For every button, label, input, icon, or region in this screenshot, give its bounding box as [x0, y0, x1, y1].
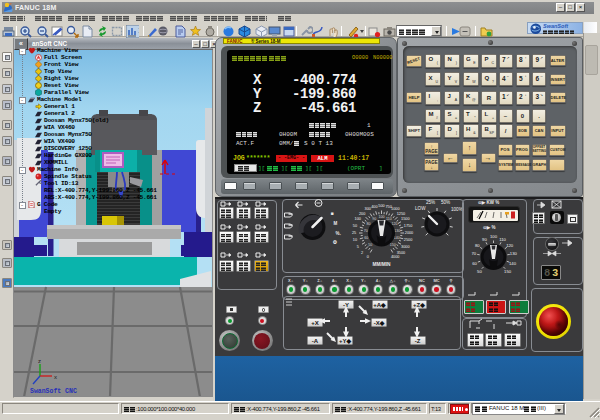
svg-text:M: M — [334, 221, 338, 226]
svg-text:90: 90 — [372, 217, 376, 221]
svg-text:4000: 4000 — [391, 255, 399, 259]
svg-text:110: 110 — [499, 237, 506, 242]
svg-text:25: 25 — [352, 231, 356, 235]
svg-text:100: 100 — [355, 217, 361, 221]
svg-text:25%: 25% — [426, 200, 435, 205]
svg-text:50: 50 — [368, 243, 372, 247]
svg-text:70: 70 — [471, 251, 476, 256]
svg-text:200: 200 — [359, 212, 365, 216]
svg-text:1500: 1500 — [401, 217, 409, 221]
svg-text:2000: 2000 — [405, 231, 413, 235]
svg-text:50: 50 — [353, 224, 357, 228]
svg-text:3500: 3500 — [397, 251, 405, 255]
svg-text:150: 150 — [504, 269, 512, 274]
svg-text:1750: 1750 — [404, 224, 412, 228]
svg-text:3000: 3000 — [401, 245, 409, 249]
svg-text:■: ■ — [331, 210, 334, 216]
svg-text:500: 500 — [378, 204, 384, 208]
svg-text:130: 130 — [510, 251, 518, 256]
svg-text:100: 100 — [490, 234, 498, 239]
svg-text:100%: 100% — [451, 207, 463, 212]
svg-text:60: 60 — [472, 261, 477, 266]
svg-text:0: 0 — [367, 255, 369, 259]
svg-text:300: 300 — [365, 207, 371, 211]
svg-text:LOW: LOW — [415, 206, 426, 211]
svg-text:10: 10 — [353, 238, 357, 242]
svg-text:1000: 1000 — [391, 207, 399, 211]
svg-text:130: 130 — [394, 229, 400, 233]
svg-text:1250: 1250 — [397, 212, 405, 216]
svg-text:%․: %․ — [336, 231, 342, 236]
svg-text:MM/MIN: MM/MIN — [372, 262, 391, 267]
svg-text:70: 70 — [364, 229, 368, 233]
svg-text:50: 50 — [477, 269, 482, 274]
svg-text:110: 110 — [386, 217, 392, 221]
svg-text:120: 120 — [506, 243, 514, 248]
svg-text:150: 150 — [390, 243, 396, 247]
svg-text:2500: 2500 — [404, 238, 412, 242]
svg-text:140: 140 — [509, 261, 517, 266]
svg-text:80: 80 — [367, 222, 371, 226]
svg-text:80: 80 — [475, 243, 480, 248]
svg-text:100: 100 — [379, 215, 385, 219]
svg-text:60: 60 — [364, 236, 368, 240]
svg-text:50%: 50% — [441, 200, 450, 205]
svg-text:2: 2 — [361, 251, 363, 255]
svg-text:⚙: ⚙ — [333, 239, 338, 245]
svg-text:140: 140 — [394, 236, 400, 240]
svg-text:400: 400 — [371, 205, 377, 209]
svg-text:5: 5 — [357, 245, 359, 249]
svg-text:90: 90 — [482, 237, 487, 242]
